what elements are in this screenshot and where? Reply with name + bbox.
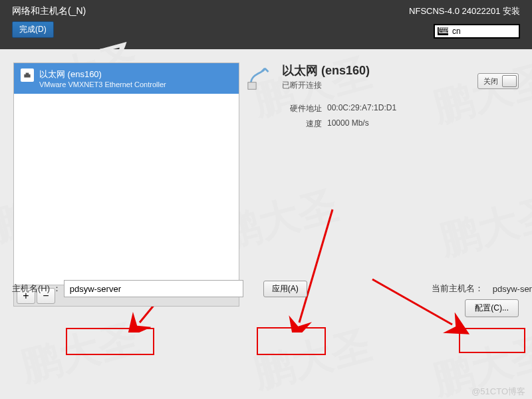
apply-hostname-button[interactable]: 应用(A) xyxy=(263,281,307,297)
hw-addr-value: 00:0C:29:A7:1D:D1 xyxy=(327,103,396,114)
annotation-box xyxy=(257,327,326,355)
page-title: 网络和主机名(_N) xyxy=(12,5,86,17)
keyboard-icon xyxy=(438,27,448,35)
hostname-row: 主机名(H) ： 应用(A) 当前主机名： pdsyw-server xyxy=(12,280,532,297)
hw-addr-label: 硬件地址 xyxy=(282,103,322,114)
svg-rect-0 xyxy=(248,82,256,90)
keyboard-layout-selector[interactable]: cn xyxy=(434,24,520,39)
install-title: NFSCNS-4.0 24022201 安装 xyxy=(409,5,520,17)
hostname-label: 主机名(H) ： xyxy=(12,283,61,295)
nic-item-name: 以太网 (ens160) xyxy=(39,68,232,80)
detail-nic-title: 以太网 (ens160) xyxy=(282,63,370,78)
speed-value: 10000 Mb/s xyxy=(327,118,369,130)
header-bar: 网络和主机名(_N) 完成(D) NFSCNS-4.0 24022201 安装 … xyxy=(0,0,532,49)
main-content: 以太网 (ens160) VMware VMXNET3 Ethernet Con… xyxy=(0,49,532,320)
connection-toggle-row: 关闭 xyxy=(477,73,519,89)
nic-item-desc: VMware VMXNET3 Ethernet Controller xyxy=(39,80,232,88)
nic-detail-panel: 以太网 (ens160) 已断开连接 硬件地址 00:0C:29:A7:1D:D… xyxy=(247,63,519,307)
speed-label: 速度 xyxy=(282,118,322,130)
ethernet-icon xyxy=(21,68,34,82)
connection-toggle[interactable]: 关闭 xyxy=(477,73,519,89)
watermark: 鹏大圣 xyxy=(248,318,378,399)
detail-nic-status: 已断开连接 xyxy=(282,80,370,91)
current-hostname-value: pdsyw-server xyxy=(493,284,532,294)
nic-list-panel: 以太网 (ens160) VMware VMXNET3 Ethernet Con… xyxy=(13,63,239,307)
watermark: 鹏大圣 xyxy=(15,311,145,394)
toggle-knob xyxy=(502,75,517,87)
keyboard-layout-label: cn xyxy=(452,27,461,36)
nic-list-item[interactable]: 以太网 (ens160) VMware VMXNET3 Ethernet Con… xyxy=(14,63,239,94)
toggle-state-label: 关闭 xyxy=(479,76,502,86)
nic-list[interactable]: 以太网 (ens160) VMware VMXNET3 Ethernet Con… xyxy=(13,63,239,285)
current-hostname-label: 当前主机名： xyxy=(432,283,483,295)
ethernet-icon-large xyxy=(247,63,275,90)
credit-watermark: @51CTO博客 xyxy=(471,386,525,398)
nic-info-grid: 硬件地址 00:0C:29:A7:1D:D1 速度 10000 Mb/s xyxy=(282,103,519,130)
configure-button[interactable]: 配置(C)... xyxy=(465,299,519,317)
hostname-input[interactable] xyxy=(64,280,243,297)
annotation-box xyxy=(66,328,154,355)
done-button[interactable]: 完成(D) xyxy=(12,21,54,38)
annotation-box xyxy=(459,328,525,353)
